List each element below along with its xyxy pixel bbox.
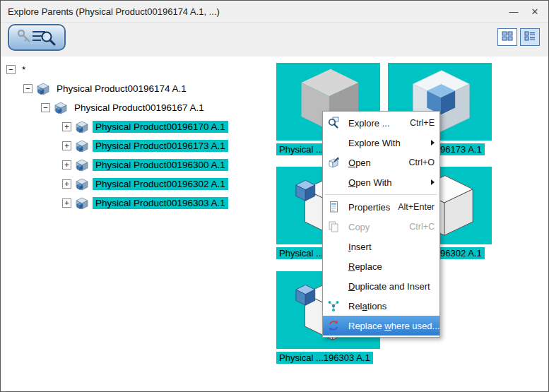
tree-node-label[interactable]: Physical Product00196167 A.1: [71, 102, 207, 114]
tree-row[interactable]: + Physical Product00196300 A.1: [6, 155, 228, 174]
menu-icon-spacer: [327, 176, 346, 189]
product-cube-icon: [54, 102, 68, 114]
context-menu: Explore ...Ctrl+EExplore With OpenCtrl+O…: [322, 111, 440, 338]
open-icon: [327, 156, 346, 169]
close-button[interactable]: ✕: [524, 3, 545, 20]
tree-row[interactable]: −*: [6, 60, 228, 79]
tree-node-label[interactable]: Physical Product00196170 A.1: [93, 121, 228, 133]
product-cube-icon: [75, 178, 89, 191]
product-cube-icon: [36, 83, 50, 95]
minimize-button[interactable]: —: [503, 3, 524, 20]
menu-item-label: Insert: [348, 242, 435, 252]
menu-item-open[interactable]: OpenCtrl+O: [323, 153, 439, 172]
expand-expander-icon[interactable]: +: [62, 141, 71, 150]
detail-view-icon: [524, 31, 536, 43]
tree-row[interactable]: + Physical Product00196303 A.1: [6, 194, 228, 213]
product-cube-icon: [75, 121, 89, 133]
expand-expander-icon[interactable]: +: [62, 160, 71, 170]
menu-item-explore-with[interactable]: Explore With: [323, 133, 439, 153]
key-search-icon: [14, 27, 59, 49]
detail-view-button[interactable]: [520, 28, 540, 46]
explore-parents-window: { "colors": { "selection_teal": "#00c3c3…: [0, 0, 549, 392]
menu-icon-spacer: [327, 260, 346, 273]
titlebar: Explore Parents (Physical Product0019617…: [1, 1, 548, 23]
window-title: Explore Parents (Physical Product0019617…: [8, 6, 503, 17]
menu-item-label: Replace: [348, 261, 435, 272]
menu-item-properties[interactable]: PropertiesAlt+Enter: [323, 197, 439, 217]
menu-item-replace-where-used[interactable]: Replace where used...: [323, 316, 439, 335]
menu-item-label: Explore With: [348, 138, 425, 148]
tree-node-label[interactable]: Physical Product00196303 A.1: [93, 197, 228, 209]
properties-icon: [327, 201, 346, 213]
menu-shortcut: Ctrl+C: [409, 222, 435, 232]
menu-item-open-with[interactable]: Open With: [323, 172, 439, 192]
menu-item-label: Duplicate and Insert: [348, 281, 435, 292]
explore-icon: [327, 117, 346, 129]
menu-item-explore[interactable]: Explore ...Ctrl+E: [323, 113, 439, 133]
relations-icon: [327, 299, 346, 312]
menu-separator: [325, 194, 437, 195]
tree-node-label[interactable]: Physical Product00196174 A.1: [54, 83, 189, 95]
product-cube-icon: [75, 159, 89, 172]
submenu-arrow-icon: [431, 140, 435, 145]
thumbnail-view-icon: [502, 31, 513, 43]
tree-node-label[interactable]: *: [19, 64, 28, 76]
thumbnail-label[interactable]: Physical ...196303 A.1: [276, 352, 373, 364]
menu-shortcut: Ctrl+E: [410, 118, 435, 128]
product-cube-icon: [75, 197, 89, 210]
menu-item-insert[interactable]: Insert: [323, 237, 439, 256]
tree-row[interactable]: + Physical Product00196173 A.1: [6, 136, 228, 155]
toolbar: [1, 23, 548, 57]
menu-shortcut: Alt+Enter: [398, 202, 435, 212]
submenu-arrow-icon: [431, 179, 435, 185]
replace-where-used-icon: [327, 319, 346, 332]
tree-row[interactable]: − Physical Product00196167 A.1: [6, 98, 228, 117]
menu-icon-spacer: [327, 280, 346, 292]
tree-row[interactable]: + Physical Product00196170 A.1: [6, 117, 228, 136]
view-toggle-group: [497, 28, 540, 46]
menu-item-label: Replace where used...: [348, 321, 439, 331]
product-cube-icon: [75, 140, 89, 153]
tree-node-label[interactable]: Physical Product00196173 A.1: [93, 140, 228, 152]
menu-icon-spacer: [327, 240, 346, 253]
expand-expander-icon[interactable]: +: [62, 122, 71, 131]
menu-item-copy[interactable]: CopyCtrl+C: [323, 217, 439, 237]
tree: −*− Physical Product00196174 A.1− Physic…: [6, 60, 228, 213]
tree-row[interactable]: − Physical Product00196174 A.1: [6, 79, 228, 98]
menu-item-label: Copy: [348, 222, 403, 232]
menu-icon-spacer: [327, 136, 346, 149]
filter-search-button[interactable]: [8, 24, 66, 51]
collapse-expander-icon[interactable]: −: [23, 84, 33, 93]
menu-item-label: Open: [348, 158, 403, 168]
menu-item-label: Explore ...: [348, 118, 404, 129]
menu-shortcut: Ctrl+O: [409, 158, 435, 167]
copy-icon: [327, 220, 346, 233]
tree-row[interactable]: + Physical Product00196302 A.1: [6, 174, 228, 194]
menu-item-label: Properties: [348, 202, 392, 213]
collapse-expander-icon[interactable]: −: [6, 65, 16, 74]
menu-item-replace[interactable]: Replace: [323, 256, 439, 276]
menu-item-duplicate-and-insert[interactable]: Duplicate and Insert: [323, 276, 439, 296]
collapse-expander-icon[interactable]: −: [41, 103, 50, 112]
menu-item-label: Open With: [348, 177, 425, 188]
tree-node-label[interactable]: Physical Product00196302 A.1: [93, 178, 228, 190]
menu-item-label: Relations: [348, 301, 435, 311]
expand-expander-icon[interactable]: +: [62, 179, 71, 189]
expand-expander-icon[interactable]: +: [62, 198, 71, 208]
menu-item-relations[interactable]: Relations: [323, 296, 439, 316]
thumbnail-view-button[interactable]: [497, 28, 517, 46]
tree-node-label[interactable]: Physical Product00196300 A.1: [93, 159, 228, 171]
